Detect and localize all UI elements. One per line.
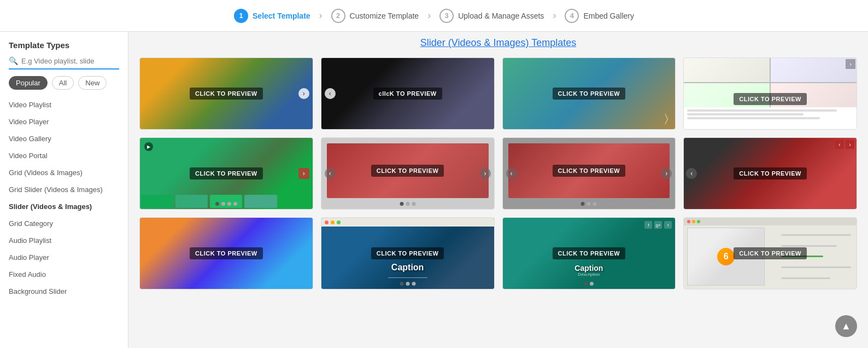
template-card-9[interactable]: CLICK TO PREVIEW (139, 217, 313, 289)
template-card-11[interactable]: f g+ t Caption Description CLICK TO PREV… (502, 217, 676, 289)
fb-icon: f (644, 221, 652, 229)
template-card-4[interactable]: › CLICK TO PREVIEW (683, 57, 857, 130)
search-input[interactable] (21, 57, 119, 65)
content-title[interactable]: Slider (Videos & Images) Templates (139, 37, 857, 49)
card-preview-11: f g+ t Caption Description CLICK TO PREV… (503, 218, 676, 289)
filter-tabs: Popular All New (0, 76, 128, 96)
next-arrow-flowers: › (846, 59, 855, 69)
sidebar-item-grid-category[interactable]: Grid Category (0, 215, 128, 232)
card-article-lines (684, 107, 857, 129)
dots-7 (581, 202, 597, 206)
template-card-1[interactable]: CLICK TO PREVIEW › (139, 57, 313, 130)
inner-image-7: CLICK TO PREVIEW (508, 143, 670, 198)
template-card-7[interactable]: CLICK TO PREVIEW ‹ › (502, 137, 676, 210)
step-4[interactable]: 4 Embed Gallery (565, 9, 634, 23)
preview-label-2: clIcK TO PREVIEW (373, 88, 442, 100)
preview-label-12: CLICK TO PREVIEW (734, 247, 807, 259)
card-preview-4: › CLICK TO PREVIEW (684, 58, 857, 129)
filter-tab-new[interactable]: New (78, 76, 107, 90)
sidebar-item-slider-videos-images[interactable]: Slider (Videos & Images) (0, 198, 128, 215)
dots-11 (584, 282, 594, 286)
prev-arrow-6: ‹ (325, 168, 336, 179)
card-preview-12: 6 CLICK TO PREVIEW (684, 218, 857, 289)
card-preview-3: CLICK TO PREVIEW 〉 (503, 58, 676, 129)
preview-label-3: CLICK TO PREVIEW (553, 88, 626, 100)
template-card-8[interactable]: CLICK TO PREVIEW ‹ › ‹ (683, 137, 857, 210)
template-card-10[interactable]: Caption ———————— CLICK TO PREVIEW (321, 217, 495, 289)
next-arrow-6: › (480, 168, 491, 179)
content-area: Slider (Videos & Images) Templates CLICK… (128, 32, 868, 348)
step-2-number: 2 (331, 9, 345, 23)
card-preview-6: CLICK TO PREVIEW ‹ › (321, 138, 494, 209)
twitter-icon: t (664, 221, 672, 229)
prev-arrow-7: ‹ (506, 168, 517, 179)
browser-bar (321, 218, 494, 227)
sidebar-item-video-portal[interactable]: Video Portal (0, 147, 128, 164)
sidebar-item-background-slider[interactable]: Background Slider (0, 283, 128, 300)
sidebar-item-fixed-audio[interactable]: Fixed Audio (0, 266, 128, 283)
caption-text-11: Caption (503, 264, 676, 272)
step-2[interactable]: 2 Customize Template (331, 9, 419, 23)
play-icon-5: ▶ (144, 142, 153, 151)
template-card-6[interactable]: CLICK TO PREVIEW ‹ › (321, 137, 495, 210)
card-preview-7: CLICK TO PREVIEW ‹ › (503, 138, 676, 209)
preview-label-6: CLICK TO PREVIEW (371, 165, 444, 177)
browser-bar-12 (684, 218, 857, 225)
preview-label-11: CLICK TO PREVIEW (553, 247, 626, 259)
thumb-row-5 (140, 194, 313, 209)
template-card-12[interactable]: 6 CLICK TO PREVIEW (683, 217, 857, 289)
sidebar-item-audio-player[interactable]: Audio Player (0, 249, 128, 266)
template-card-5[interactable]: ▶ CLICK TO PREVIEW › (139, 137, 313, 210)
stepper: 1 Select Template › 2 Customize Template… (0, 0, 868, 32)
preview-label-1: CLICK TO PREVIEW (190, 88, 263, 100)
step-arrow-1: › (319, 10, 322, 21)
preview-label-5: CLICK TO PREVIEW (190, 167, 263, 179)
next-arrow-8: › (846, 140, 854, 149)
template-card-3[interactable]: CLICK TO PREVIEW 〉 (502, 57, 676, 130)
preview-label-4: CLICK TO PREVIEW (734, 93, 807, 105)
prev-inner-arrow-8: ‹ (686, 168, 697, 179)
description-text-11: Description (503, 272, 676, 277)
next-arrow-5: › (298, 168, 309, 179)
scroll-top-button[interactable]: ▲ (835, 315, 857, 337)
preview-label-9: CLICK TO PREVIEW (190, 247, 263, 259)
search-icon: 🔍 (9, 56, 18, 65)
step-arrow-3: › (553, 10, 556, 21)
inner-image-6: CLICK TO PREVIEW (327, 143, 489, 198)
arrows-top-8: ‹ › (835, 140, 854, 149)
sidebar-item-video-playlist[interactable]: Video Playlist (0, 96, 128, 113)
card-preview-9: CLICK TO PREVIEW (140, 218, 313, 289)
step-4-label: Embed Gallery (583, 11, 634, 20)
card-preview-2: clIcK TO PREVIEW ‹ (321, 58, 494, 129)
dots-10 (400, 282, 415, 286)
preview-label-8: CLICK TO PREVIEW (734, 167, 807, 179)
search-box: 🔍 (9, 56, 119, 69)
sidebar-title: Template Types (0, 40, 128, 56)
step-3[interactable]: 3 Upload & Manage Assets (439, 9, 544, 23)
next-arrow-1: › (298, 88, 309, 99)
caption-sub-10: ———————— (321, 275, 494, 280)
sidebar: Template Types 🔍 Popular All New Video P… (0, 32, 128, 348)
step-4-number: 4 (565, 9, 579, 23)
preview-label-10: CLICK TO PREVIEW (371, 247, 444, 259)
prev-arrow-2: ‹ (325, 88, 336, 99)
sidebar-item-grid-slider[interactable]: Grid Slider (Videos & Images) (0, 181, 128, 198)
template-grid: CLICK TO PREVIEW › clIcK TO PREVIEW ‹ CL… (139, 57, 857, 289)
blog-img-placeholder: 6 (717, 248, 735, 265)
sidebar-item-audio-playlist[interactable]: Audio Playlist (0, 232, 128, 249)
step-3-number: 3 (439, 9, 454, 23)
sidebar-item-video-gallery[interactable]: Video Gallery (0, 130, 128, 147)
filter-tab-all[interactable]: All (52, 76, 74, 90)
step-arrow-2: › (427, 10, 431, 21)
step-1-number: 1 (234, 9, 248, 23)
step-1[interactable]: 1 Select Template (234, 9, 310, 23)
cursor-icon: 〉 (665, 112, 668, 125)
sidebar-item-grid-videos-images[interactable]: Grid (Videos & Images) (0, 164, 128, 181)
card-preview-8: CLICK TO PREVIEW ‹ › ‹ (684, 138, 857, 209)
template-card-2[interactable]: clIcK TO PREVIEW ‹ (321, 57, 495, 130)
card-preview-10: Caption ———————— CLICK TO PREVIEW (321, 218, 494, 289)
next-arrow-7: › (661, 168, 672, 179)
sidebar-item-video-player[interactable]: Video Player (0, 113, 128, 130)
scroll-top-icon: ▲ (841, 321, 851, 332)
filter-tab-popular[interactable]: Popular (9, 76, 48, 90)
